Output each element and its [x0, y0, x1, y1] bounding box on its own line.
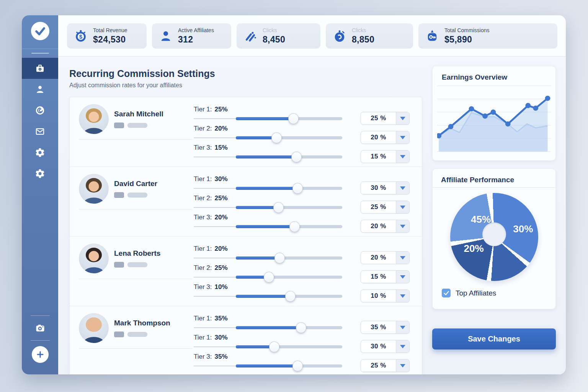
tier-label: Tier 1:25% — [194, 106, 342, 113]
stat-card-total-revenue: $ Total Revenue $24,530 — [67, 23, 147, 49]
slider-handle[interactable] — [296, 322, 306, 333]
dropdown-value: 25 % — [361, 112, 396, 124]
sidebar-item-commissions[interactable] — [22, 58, 58, 79]
page-subtitle: Adjust commission rates for your affilia… — [69, 82, 422, 89]
slider-handle[interactable] — [264, 272, 274, 283]
commission-slider[interactable] — [236, 117, 342, 120]
affiliate-meta-placeholder — [114, 262, 160, 268]
commission-slider[interactable] — [236, 187, 342, 190]
affiliate-name: Mark Thompson — [114, 319, 170, 327]
sidebar-item-media[interactable] — [22, 316, 58, 340]
plus-icon — [36, 350, 45, 359]
app-logo-check-icon — [31, 22, 49, 40]
chevron-down-icon — [400, 136, 405, 139]
commission-dropdown[interactable]: 10 % — [361, 289, 410, 302]
slider-handle[interactable] — [291, 152, 302, 162]
pie-donut-hole — [482, 222, 506, 246]
tier-row: Tier 1:25% 25 % — [194, 105, 410, 124]
tier-row: Tier 3:10% 10 % — [194, 282, 410, 301]
commission-dropdown[interactable]: 30 % — [361, 181, 410, 194]
dropdown-arrow[interactable] — [396, 182, 409, 194]
dropdown-arrow[interactable] — [396, 150, 409, 163]
affiliate-list: Sarah Mitchell Tier 1:25% — [69, 97, 422, 374]
affiliate-name: Sarah Mitchell — [114, 110, 163, 118]
stat-label: Clicks — [263, 27, 285, 33]
commission-slider[interactable] — [236, 206, 342, 209]
commission-slider[interactable] — [236, 155, 342, 158]
affiliate-name: David Carter — [114, 180, 157, 188]
commission-slider[interactable] — [236, 295, 342, 298]
sidebar-divider — [22, 49, 58, 49]
sidebar-item-affiliates[interactable] — [22, 79, 58, 100]
dropdown-arrow[interactable] — [396, 359, 409, 372]
dropdown-arrow[interactable] — [396, 271, 409, 283]
commission-slider[interactable] — [236, 256, 342, 260]
dropdown-arrow[interactable] — [396, 201, 409, 213]
dropdown-arrow[interactable] — [396, 131, 409, 144]
slider-handle[interactable] — [285, 291, 296, 302]
pie-slice-label: 30% — [513, 223, 533, 235]
dropdown-value: 20 % — [361, 252, 396, 264]
commission-dropdown[interactable]: 35 % — [361, 321, 410, 334]
commission-slider[interactable] — [236, 326, 342, 329]
affiliate-divider — [79, 209, 192, 209]
slider-handle[interactable] — [273, 202, 284, 213]
commission-dropdown[interactable]: 20 % — [361, 220, 410, 233]
commission-dropdown[interactable]: 25 % — [361, 359, 410, 372]
add-button[interactable] — [32, 346, 49, 363]
dropdown-arrow[interactable] — [396, 252, 409, 264]
commission-slider[interactable] — [236, 364, 342, 368]
slider-handle[interactable] — [288, 113, 299, 124]
dropdown-value: 20 % — [361, 131, 396, 144]
tier-label: Tier 3:10% — [194, 283, 342, 291]
commission-slider[interactable] — [236, 276, 342, 279]
slider-fill — [236, 364, 297, 368]
chevron-down-icon — [400, 294, 405, 298]
top-affiliates-checkbox[interactable] — [442, 289, 451, 297]
dropdown-value: 15 % — [361, 150, 396, 163]
commission-dropdown[interactable]: 20 % — [361, 251, 410, 264]
slider-handle[interactable] — [269, 341, 279, 352]
sidebar-item-messages[interactable] — [22, 121, 58, 142]
dropdown-arrow[interactable] — [396, 340, 409, 353]
tier-label: Tier 2:25% — [194, 194, 342, 202]
slider-handle[interactable] — [292, 183, 303, 194]
commission-dropdown[interactable]: 15 % — [361, 270, 410, 283]
performance-pie-chart: 30%20%45% — [450, 193, 538, 281]
sidebar-item-preferences[interactable] — [22, 163, 58, 184]
chevron-down-icon — [400, 364, 405, 368]
affiliate-divider — [79, 279, 192, 279]
commission-dropdown[interactable]: 15 % — [361, 150, 410, 163]
right-panel: Earnings Overview Affiliate Performance … — [432, 66, 556, 374]
stopwatch-dollar-icon: $ — [74, 29, 88, 43]
affiliate-divider — [79, 348, 192, 349]
stopwatch-icon — [333, 29, 346, 43]
save-changes-button[interactable]: Save Changes — [432, 328, 556, 350]
slider-handle[interactable] — [289, 221, 300, 232]
dropdown-arrow[interactable] — [396, 112, 409, 124]
commission-dropdown[interactable]: 20 % — [361, 131, 410, 144]
commission-slider[interactable] — [236, 225, 342, 228]
commission-dropdown[interactable]: 25 % — [361, 201, 410, 214]
sidebar-item-network[interactable] — [22, 100, 58, 121]
dropdown-arrow[interactable] — [396, 220, 409, 232]
tier-label: Tier 1:35% — [194, 315, 342, 322]
dropdown-value: 30 % — [361, 182, 396, 194]
commission-slider[interactable] — [236, 136, 342, 139]
sidebar-item-settings[interactable] — [22, 142, 58, 163]
dropdown-arrow[interactable] — [396, 321, 409, 333]
commission-slider[interactable] — [236, 345, 342, 348]
commission-dropdown[interactable]: 30 % — [361, 340, 410, 353]
earnings-line-chart — [437, 85, 551, 153]
tier-row: Tier 3:35% 25 % — [194, 352, 410, 371]
chevron-down-icon — [400, 117, 405, 120]
dropdown-arrow[interactable] — [396, 290, 409, 302]
tier-label: Tier 1:20% — [194, 245, 342, 253]
tier-row: Tier 1:30% 30 % — [194, 174, 410, 193]
slider-handle[interactable] — [274, 253, 285, 263]
commission-dropdown[interactable]: 25 % — [361, 112, 410, 125]
slider-handle[interactable] — [292, 361, 303, 371]
dropdown-value: 35 % — [361, 321, 396, 333]
slider-handle[interactable] — [271, 132, 282, 143]
top-affiliates-label: Top Affiliates — [456, 289, 496, 297]
